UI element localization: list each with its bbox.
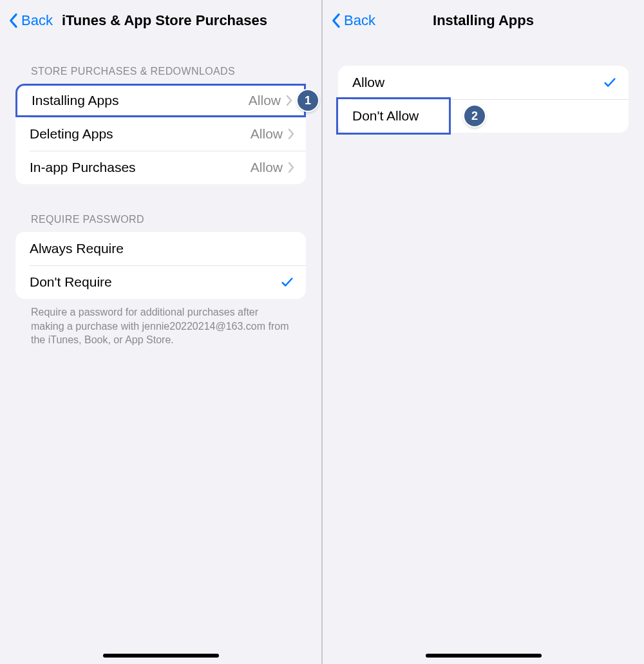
section-store-purchases: STORE PURCHASES & REDOWNLOADS Installing… (0, 66, 321, 184)
row-value: Allow (249, 93, 281, 108)
settings-group: Always Require Don't Require (15, 232, 306, 299)
row-value: Allow (251, 160, 283, 175)
section-require-password: REQUIRE PASSWORD Always Require Don't Re… (0, 214, 321, 347)
settings-group: Allow Don't Allow 2 (338, 66, 629, 133)
pane-left: Back iTunes & App Store Purchases STORE … (0, 0, 321, 664)
row-always-require[interactable]: Always Require (15, 232, 306, 265)
row-installing-apps[interactable]: Installing Apps Allow 1 (15, 84, 306, 117)
navbar-right: Back Installing Apps (323, 0, 644, 41)
back-button[interactable]: Back (9, 13, 53, 28)
back-label: Back (21, 14, 53, 28)
section-header: REQUIRE PASSWORD (31, 214, 306, 225)
checkmark-icon (603, 75, 617, 90)
section-installing-apps-options: Allow Don't Allow 2 (323, 66, 644, 133)
chevron-right-icon (288, 128, 294, 140)
home-indicator[interactable] (103, 654, 219, 658)
section-header: STORE PURCHASES & REDOWNLOADS (31, 66, 306, 77)
row-label: Installing Apps (32, 93, 249, 108)
row-in-app-purchases[interactable]: In-app Purchases Allow (15, 151, 306, 184)
chevron-left-icon (9, 13, 19, 28)
row-label: Don't Require (30, 274, 280, 290)
page-title: iTunes & App Store Purchases (62, 12, 267, 29)
callout-badge-1: 1 (298, 90, 318, 111)
row-label: In-app Purchases (30, 160, 251, 175)
row-dont-require[interactable]: Don't Require (15, 265, 306, 299)
back-label: Back (344, 14, 375, 28)
section-footer: Require a password for additional purcha… (31, 305, 290, 347)
back-button[interactable]: Back (332, 13, 375, 28)
callout-badge-2: 2 (464, 106, 485, 126)
chevron-left-icon (332, 13, 341, 28)
row-dont-allow[interactable]: Don't Allow 2 (338, 99, 629, 133)
row-label: Deleting Apps (30, 126, 251, 142)
settings-group: Installing Apps Allow 1 Deleting Apps Al… (15, 84, 306, 184)
row-label: Always Require (30, 241, 294, 256)
checkmark-icon (280, 275, 294, 289)
chevron-right-icon (288, 162, 294, 173)
home-indicator[interactable] (426, 654, 542, 658)
row-allow[interactable]: Allow (338, 66, 629, 99)
navbar-left: Back iTunes & App Store Purchases (0, 0, 321, 41)
row-deleting-apps[interactable]: Deleting Apps Allow (15, 117, 306, 151)
chevron-right-icon (286, 95, 292, 106)
row-label: Allow (352, 75, 603, 90)
row-value: Allow (251, 126, 283, 142)
pane-right: Back Installing Apps Allow Don't Allow 2 (323, 0, 644, 664)
